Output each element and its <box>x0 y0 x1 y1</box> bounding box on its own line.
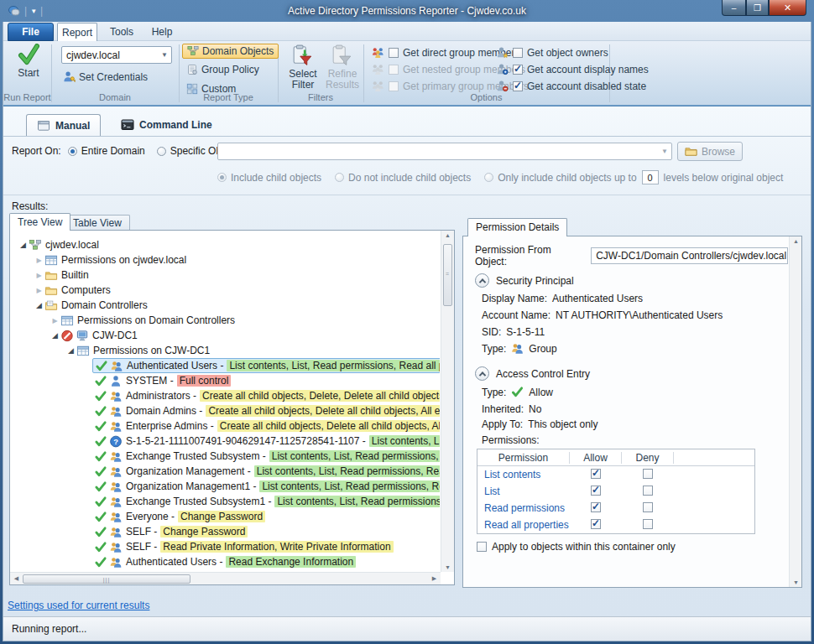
tab-tools[interactable]: Tools <box>102 23 141 41</box>
allow-checkbox[interactable] <box>591 519 601 529</box>
display-names-checkbox[interactable] <box>513 65 523 75</box>
tree-item[interactable]: Permissions on Domain Controllers <box>11 313 440 328</box>
tree-item[interactable]: SELF - Read Private Information, Write P… <box>11 539 440 554</box>
tab-tree-view[interactable]: Tree View <box>9 213 70 231</box>
chevron-down-icon[interactable]: ▼ <box>158 51 171 59</box>
select-filter-button[interactable]: Select Filter <box>284 44 322 91</box>
deny-checkbox[interactable] <box>643 519 653 529</box>
tab-report[interactable]: Report <box>57 23 97 41</box>
apply-container-checkbox[interactable] <box>477 542 487 552</box>
deny-checkbox[interactable] <box>643 502 653 512</box>
set-credentials-button[interactable]: Set Credentials <box>59 70 152 84</box>
refine-results-button[interactable]: Refine Results <box>323 44 362 91</box>
allow-checkbox[interactable] <box>591 486 601 496</box>
tab-command-line[interactable]: Command Line <box>111 114 222 136</box>
expander-collapsed-icon[interactable] <box>50 313 60 329</box>
tab-manual[interactable]: Manual <box>26 114 101 136</box>
scroll-right-icon[interactable]: ▶ <box>428 575 441 582</box>
person-blue-icon <box>496 63 509 75</box>
tree-item[interactable]: Builtin <box>11 267 440 283</box>
group-label-domain: Domain <box>51 92 179 102</box>
permission-summary: Change Password <box>178 511 265 522</box>
permission-from-value[interactable]: CJW-DC1/Domain Controllers/cjwdev.local <box>591 247 788 264</box>
tab-permission-details[interactable]: Permission Details <box>467 218 567 236</box>
inherited-label: Inherited: <box>482 403 524 415</box>
tree-horizontal-scrollbar[interactable]: ◀ ||| ▶ <box>10 572 441 584</box>
object-owners-checkbox[interactable] <box>513 48 523 58</box>
group-icon <box>511 342 524 355</box>
direct-members-checkbox[interactable] <box>389 48 399 58</box>
tree-vertical-scrollbar[interactable]: ▲ = ▼ <box>441 231 454 572</box>
expander-collapsed-icon[interactable] <box>34 252 44 268</box>
expander-collapsed-icon[interactable] <box>34 267 44 283</box>
tree-item[interactable]: Exchange Trusted Subsystem1 - List conte… <box>11 494 440 509</box>
tree-item[interactable]: S-1-5-21-1111007491-904629147-1125728541… <box>11 434 440 449</box>
tree-item[interactable]: SYSTEM - Full control <box>11 373 440 388</box>
permission-name[interactable]: Read permissions <box>477 502 570 514</box>
details-vertical-scrollbar[interactable]: ▲ ▼ <box>789 236 801 587</box>
tab-underline <box>3 136 811 137</box>
close-button[interactable]: ✕ <box>769 0 806 16</box>
tree-item[interactable]: Organization Management - List contents,… <box>11 464 440 479</box>
start-button[interactable]: Start <box>10 44 47 87</box>
tree-item[interactable]: CJW-DC1 <box>11 328 440 343</box>
report-type-domain-objects[interactable]: Domain Objects <box>182 44 279 59</box>
option-object-owners[interactable]: Get object owners <box>496 46 608 59</box>
tree-item[interactable]: Administrators - Create all child object… <box>11 388 440 403</box>
tab-table-view[interactable]: Table View <box>65 215 130 231</box>
expander-collapsed-icon[interactable] <box>34 283 44 299</box>
deny-checkbox[interactable] <box>643 469 653 479</box>
browse-button[interactable]: Browse <box>677 142 743 161</box>
expander-expanded-icon[interactable] <box>18 237 29 252</box>
allow-checkbox[interactable] <box>591 469 601 479</box>
tab-help[interactable]: Help <box>144 23 180 41</box>
scroll-up-icon[interactable]: ▲ <box>441 232 454 238</box>
ribbon-body: Start Run Report cjwdev.local ▼ Set Cred… <box>3 41 811 105</box>
scrollbar-thumb[interactable]: ||| <box>23 574 190 584</box>
levels-input[interactable]: 0 <box>642 170 659 184</box>
expander-expanded-icon[interactable] <box>34 298 44 313</box>
collapse-button[interactable] <box>475 273 489 288</box>
option-disabled-state[interactable]: Get account disabled state <box>496 80 646 92</box>
disabled-state-checkbox[interactable] <box>513 81 523 91</box>
scroll-up-icon[interactable]: ▲ <box>790 238 802 244</box>
allow-checkbox[interactable] <box>591 502 601 512</box>
tree-item[interactable]: Authenticated Users - Read Exchange Info… <box>11 554 440 569</box>
settings-link[interactable]: Settings used for current results <box>8 600 149 611</box>
tree-item[interactable]: Organization Management1 - List contents… <box>11 479 440 494</box>
scroll-down-icon[interactable]: ▼ <box>441 564 454 570</box>
minimize-button[interactable]: – <box>722 0 746 16</box>
expander-expanded-icon[interactable] <box>50 328 60 343</box>
tree-item[interactable]: Enterprise Admins - Create all child obj… <box>11 418 440 434</box>
tree-item[interactable]: SELF - Change Password <box>11 524 440 539</box>
report-type-group-policy[interactable]: Group Policy <box>182 63 264 76</box>
maximize-button[interactable]: ❐ <box>746 0 769 16</box>
deny-checkbox[interactable] <box>643 486 653 496</box>
option-display-names[interactable]: Get account display names <box>496 63 649 75</box>
entire-domain-radio[interactable] <box>68 147 77 156</box>
collapse-button[interactable] <box>475 366 489 381</box>
scroll-left-icon[interactable]: ◀ <box>10 575 23 582</box>
permission-name[interactable]: Read all properties <box>477 519 570 531</box>
group-icon <box>109 496 123 508</box>
group-icon <box>109 465 123 478</box>
specific-object-radio[interactable] <box>157 147 166 156</box>
expander-expanded-icon[interactable] <box>65 343 76 358</box>
tree-item[interactable]: Domain Admins - Create all child objects… <box>11 403 440 418</box>
tree-item[interactable]: Everyone - Change Password <box>11 509 440 524</box>
permission-name[interactable]: List <box>477 486 570 497</box>
tree-item[interactable]: Domain Controllers <box>11 298 440 313</box>
tree-item[interactable]: Permissions on cjwdev.local <box>11 252 440 267</box>
tree-item[interactable]: Computers <box>11 283 440 298</box>
domain-combobox[interactable]: cjwdev.local ▼ <box>61 46 172 64</box>
tree-item[interactable]: Permissions on CJW-DC1 <box>11 343 440 358</box>
app-window: | ▼ | Active Directory Permissions Repor… <box>0 0 814 644</box>
scrollbar-thumb[interactable]: = <box>443 244 452 306</box>
tree-item[interactable]: Exchange Trusted Subsystem - List conten… <box>11 449 440 464</box>
tree-item[interactable]: cjwdev.local <box>11 237 440 252</box>
file-menu-button[interactable]: File <box>8 23 54 41</box>
specific-object-combobox[interactable]: ▼ <box>217 143 672 160</box>
permission-name[interactable]: List contents <box>477 469 570 480</box>
scroll-down-icon[interactable]: ▼ <box>790 579 802 585</box>
tree-item-selected[interactable]: Authenticated Users - List contents, Lis… <box>11 358 440 373</box>
